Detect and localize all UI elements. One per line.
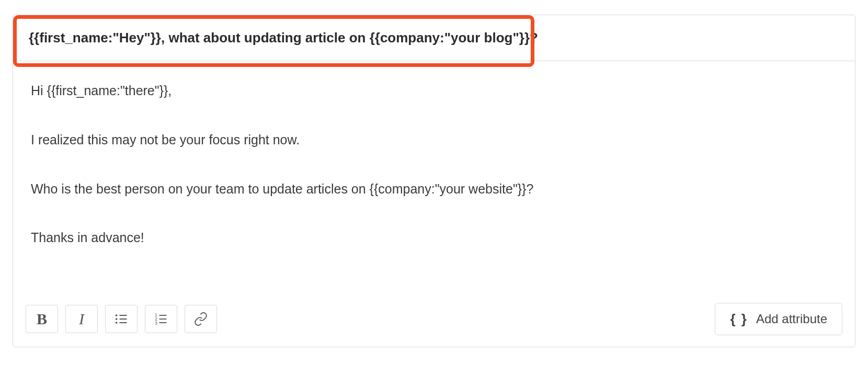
- svg-point-2: [116, 322, 118, 324]
- formatting-toolbar: B I 1 2 3: [26, 305, 217, 333]
- link-icon: [193, 312, 208, 326]
- link-button[interactable]: [185, 305, 217, 333]
- numbered-list-button[interactable]: 1 2 3: [145, 305, 177, 333]
- body-paragraph: Thanks in advance!: [31, 229, 837, 247]
- body-paragraph: Who is the best person on your team to u…: [31, 180, 837, 198]
- add-attribute-button[interactable]: { } Add attribute: [715, 303, 842, 335]
- bullet-list-icon: [114, 312, 129, 326]
- body-paragraph: Hi {{first_name:"there"}},: [31, 82, 837, 100]
- italic-button[interactable]: I: [65, 305, 98, 333]
- body-paragraph: I realized this may not be your focus ri…: [31, 131, 837, 149]
- bold-button[interactable]: B: [26, 305, 58, 333]
- editor-toolbar: B I 1 2 3: [13, 297, 855, 347]
- subject-row: [13, 15, 855, 61]
- email-body-editor[interactable]: Hi {{first_name:"there"}}, I realized th…: [13, 61, 855, 297]
- email-editor: Hi {{first_name:"there"}}, I realized th…: [13, 15, 855, 347]
- svg-text:3: 3: [155, 321, 157, 326]
- add-attribute-label: Add attribute: [756, 312, 827, 326]
- bold-icon: B: [37, 310, 47, 328]
- bullet-list-button[interactable]: [105, 305, 138, 333]
- braces-icon: { }: [730, 311, 747, 327]
- italic-icon: I: [79, 310, 84, 328]
- numbered-list-icon: 1 2 3: [154, 312, 168, 326]
- svg-point-0: [116, 314, 118, 316]
- svg-point-1: [116, 318, 118, 320]
- subject-input[interactable]: [13, 15, 855, 61]
